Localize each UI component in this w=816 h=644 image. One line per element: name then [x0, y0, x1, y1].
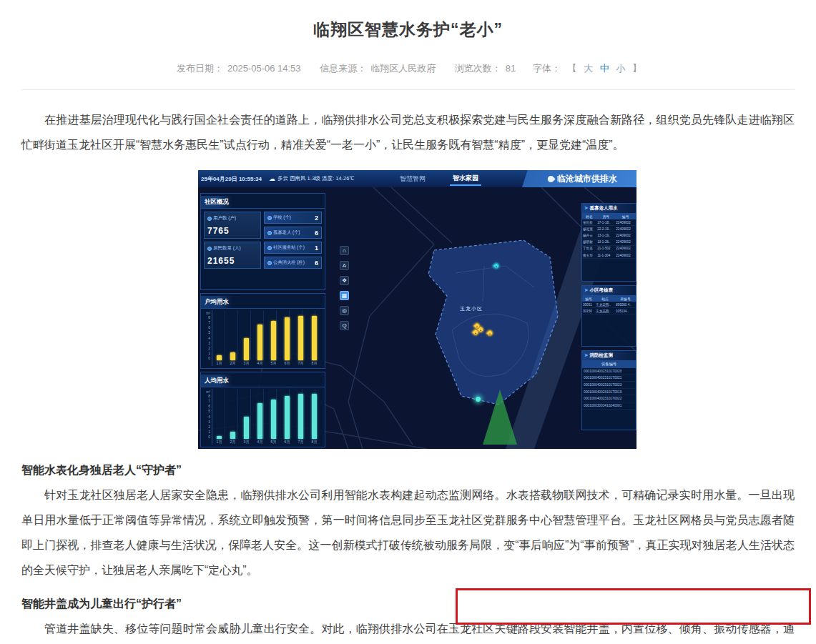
bar-column: 3月 — [240, 310, 253, 366]
x-tick-label: 7月 — [298, 360, 304, 366]
y-tick-label: 4 — [208, 415, 210, 419]
station-stat-icon — [267, 246, 272, 250]
search-icon[interactable]: Q — [340, 321, 349, 330]
list-item[interactable]: 00010004002310170022 — [582, 395, 636, 402]
stat-residents: 居民数量 (人) 21655 — [204, 242, 261, 269]
source-value: 临翔区人民政府 — [370, 63, 436, 74]
table-row[interactable]: 雷玉华11-1-30422409002 — [582, 252, 636, 258]
bar — [257, 325, 262, 361]
x-tick-label: 7月 — [298, 439, 304, 445]
table-row[interactable]: 30150玉龙花园..105134.. — [582, 308, 636, 314]
map-toolbar: ⌂ A ❖ ▦ ◎ Q — [340, 246, 349, 330]
y-tick-label: 7 — [208, 399, 210, 403]
table-row[interactable]: 杨迎宽22-2-19..22409002 — [582, 226, 636, 232]
y-tick-label: 0 — [208, 435, 210, 439]
list-item[interactable]: 00010003003410240001 — [582, 402, 636, 410]
views-label: 浏览次数： — [455, 63, 501, 74]
y-tick-label: 0 — [208, 356, 210, 360]
elderly-stat-icon — [267, 231, 272, 235]
section-paragraph-water-meter: 针对玉龙社区独居老人居家安全隐患，临翔供排水公司利用智能水表构建起动态监测网络。… — [21, 482, 795, 583]
list-item[interactable]: 00010004002310170020 — [582, 368, 636, 375]
table-row[interactable]: 丁世美21-1-50222409002 — [582, 245, 636, 252]
label-a-icon[interactable]: A — [340, 261, 349, 270]
school-stat-icon — [267, 216, 272, 220]
y-tick-label: 2 — [208, 346, 210, 350]
font-size-small-button[interactable]: 小 — [616, 63, 625, 74]
bar-column: 2月 — [227, 389, 240, 445]
y-tick-label: 3 — [208, 341, 210, 345]
bar — [271, 321, 276, 360]
x-tick-label: 1月 — [217, 439, 222, 445]
bar — [257, 403, 262, 440]
left-panel-column: 社区概况 用户数 (户) 7765 居民数量 (人) 21655 — [200, 193, 325, 447]
article-meta: 发布日期：2025-05-06 14:53 信息来源：临翔区人民政府 浏览次数：… — [21, 62, 795, 90]
page-title: 临翔区智慧水务护“老小” — [21, 0, 795, 41]
map-glow-dot-icon — [476, 397, 481, 402]
map-area-label: 玉龙小区 — [460, 305, 483, 312]
section-heading-manhole: 智能井盖成为儿童出行“护行者” — [21, 591, 795, 616]
y-tick-label: 5 — [208, 409, 210, 413]
pan-hand-icon[interactable]: ❖ — [340, 276, 349, 285]
table-row[interactable]: 张世星17-1-18..22409002 — [582, 219, 636, 226]
table-row[interactable]: 杨开云13-1-19..22409002 — [582, 232, 636, 239]
bar-column: 6月 — [281, 389, 294, 445]
y-tick-label: 3 — [208, 420, 210, 424]
bar-column: 7月 — [295, 389, 308, 445]
list-item[interactable]: 00010004002310170019 — [582, 389, 636, 396]
bar — [298, 394, 303, 439]
bar-column: 1月 — [213, 310, 226, 366]
publish-date-value: 2025-05-06 14:53 — [227, 63, 301, 74]
bar-column: 8月 — [308, 310, 321, 366]
x-tick-label: 5月 — [271, 439, 277, 445]
bars: 1月2月3月4月5月6月7月8月 — [212, 310, 321, 366]
bar — [230, 352, 235, 361]
hydrant-column-header: 设备编号 — [582, 360, 636, 368]
compass-icon[interactable]: ◎ — [340, 306, 349, 315]
section-heading-water-meter: 智能水表化身独居老人“守护者” — [21, 457, 795, 482]
percapita-chart-title: 人均用水 — [201, 375, 232, 387]
home-icon[interactable]: ⌂ — [340, 246, 349, 255]
publish-date-label: 发布日期： — [177, 63, 223, 74]
dashboard-datetime: 25年04月29日 10:55:34 — [201, 175, 262, 183]
list-item[interactable]: 00010004002310170021 — [582, 375, 636, 382]
bar-column: 7月 — [295, 310, 308, 366]
tab-smart-pipeline[interactable]: 智慧管网 — [397, 173, 428, 185]
hydrant-stat-icon — [267, 261, 272, 265]
y-tick-label: 8 — [208, 394, 210, 398]
table-row[interactable]: 杨明财13-1-26..22409002 — [582, 239, 636, 245]
stat-schools: 学校 (个) 2 — [264, 212, 322, 224]
x-tick-label: 1月 — [217, 360, 222, 366]
x-tick-label: 6月 — [285, 360, 290, 366]
bar — [244, 338, 249, 360]
x-tick-label: 4月 — [257, 439, 263, 445]
section-paragraph-manhole: 管道井盖缺失、移位等问题时常会威胁儿童出行安全。对此，临翔供排水公司在玉龙社区关… — [21, 616, 795, 644]
bar — [244, 417, 249, 439]
chevron-right-icon: ➤ — [584, 352, 588, 357]
assessment-table: 编号 站点 表编号 30051玉龙花园..899280 4.. 30150玉龙花… — [582, 295, 636, 314]
dashboard-topbar: 25年04月29日 10:55:34 ☁多云 西南风 1-3级 温度: 14-2… — [198, 170, 636, 187]
bar-column: 6月 — [281, 310, 294, 366]
table-row[interactable]: 30051玉龙花园..899280 4.. — [582, 302, 636, 308]
bracket-close: 】 — [632, 63, 642, 74]
layers-icon[interactable]: ▦ — [340, 291, 349, 300]
font-size-medium-button[interactable]: 中 — [600, 63, 609, 74]
percapita-water-chart-panel: 人均用水 m³876543210 1月2月3月4月5月6月7月8月 — [200, 372, 325, 447]
household-water-chart-panel: 户均用水 m³876543210 1月2月3月4月5月6月7月8月 — [200, 293, 325, 369]
y-tick-label: 1 — [208, 430, 210, 434]
font-size-large-button[interactable]: 大 — [584, 63, 593, 74]
stat-hydrants: 公共消火栓 (栓) 6 — [264, 257, 322, 269]
bar-column: 4月 — [254, 389, 267, 445]
household-chart-title: 户均用水 — [201, 296, 232, 308]
y-tick-label: 4 — [208, 336, 210, 340]
community-overview-panel: 社区概况 用户数 (户) 7765 居民数量 (人) 21655 — [200, 193, 325, 290]
list-item[interactable]: 00010004002310170023 — [582, 382, 636, 389]
y-ticks: 876543210 — [208, 315, 210, 360]
views-value: 81 — [506, 63, 516, 74]
bar — [230, 432, 235, 439]
y-tick-label: 6 — [208, 325, 210, 330]
right-panel-column: ➤孤寡老人用水 姓名 房号 编号 张世星17-1-18..22409002 杨迎… — [581, 203, 636, 430]
dashboard-weather: ☁多云 西南风 1-3级 温度: 14-26℃ — [269, 175, 354, 182]
bracket-open: 【 — [568, 63, 577, 74]
tab-smart-water-home[interactable]: 智水家园 — [450, 172, 481, 186]
y-tick-label: 2 — [208, 425, 210, 429]
